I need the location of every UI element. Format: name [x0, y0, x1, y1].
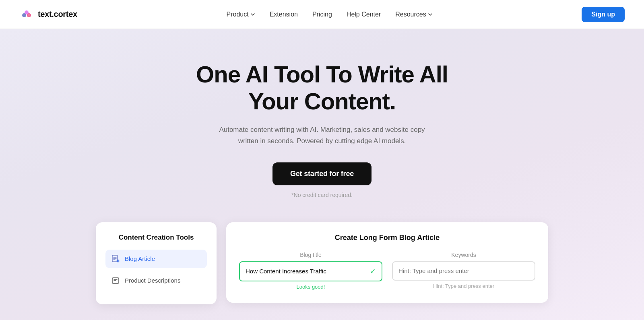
right-card-title: Create Long Form Blog Article — [239, 234, 535, 242]
logo-text: text.cortex — [38, 10, 77, 19]
no-credit-card-text: *No credit card required. — [291, 192, 353, 198]
hero-subtitle: Automate content writing with AI. Market… — [217, 124, 427, 146]
nav-resources[interactable]: Resources — [395, 11, 432, 18]
svg-point-4 — [23, 14, 25, 16]
check-icon: ✓ — [370, 267, 376, 276]
keywords-label: Keywords — [392, 252, 535, 258]
blog-title-input[interactable]: How Content Increases Traffic ✓ — [239, 261, 382, 281]
hero-section: One AI Tool To Write All Your Content. A… — [0, 29, 644, 320]
blog-title-label: Blog title — [239, 252, 382, 258]
nav-extension[interactable]: Extension — [270, 11, 298, 18]
chevron-down-icon-resources — [428, 12, 433, 17]
chevron-down-icon — [250, 12, 255, 17]
right-card: Create Long Form Blog Article Blog title… — [226, 222, 548, 303]
svg-point-3 — [25, 11, 28, 14]
blog-title-input-inner: How Content Increases Traffic ✓ — [246, 267, 376, 276]
logo-icon — [19, 7, 34, 22]
tool-blog-article-label: Blog Article — [125, 255, 155, 262]
nav-pricing[interactable]: Pricing — [312, 11, 332, 18]
navbar: text.cortex Product Extension Pricing He… — [0, 0, 644, 29]
nav-product[interactable]: Product — [227, 11, 255, 18]
svg-point-11 — [117, 260, 119, 262]
product-descriptions-icon — [111, 276, 120, 285]
looks-good-hint: Looks good! — [239, 284, 382, 290]
nav-help-center[interactable]: Help Center — [347, 11, 381, 18]
keywords-hint: Hint: Type and press enter — [392, 283, 535, 289]
tool-item-blog-article[interactable]: Blog Article — [105, 250, 207, 268]
signup-button[interactable]: Sign up — [582, 7, 625, 22]
hero-title: One AI Tool To Write All Your Content. — [196, 61, 448, 115]
form-row: Blog title How Content Increases Traffic… — [239, 252, 535, 290]
nav-cta: Sign up — [582, 7, 625, 22]
logo[interactable]: text.cortex — [19, 7, 77, 22]
tool-product-descriptions-label: Product Descriptions — [125, 277, 180, 284]
left-card: Content Creation Tools Blog Article — [96, 222, 217, 304]
nav-links: Product Extension Pricing Help Center Re… — [227, 11, 433, 18]
blog-title-value: How Content Increases Traffic — [246, 268, 326, 275]
keywords-group: Keywords Hint: Type and press enter — [392, 252, 535, 289]
keywords-input[interactable] — [392, 261, 535, 281]
tool-item-product-descriptions[interactable]: Product Descriptions — [105, 271, 207, 290]
svg-point-5 — [28, 14, 30, 16]
left-card-title: Content Creation Tools — [105, 234, 207, 242]
blog-article-icon — [111, 254, 120, 263]
blog-title-group: Blog title How Content Increases Traffic… — [239, 252, 382, 290]
get-started-button[interactable]: Get started for free — [272, 162, 372, 185]
demo-section: Content Creation Tools Blog Article — [89, 222, 555, 304]
